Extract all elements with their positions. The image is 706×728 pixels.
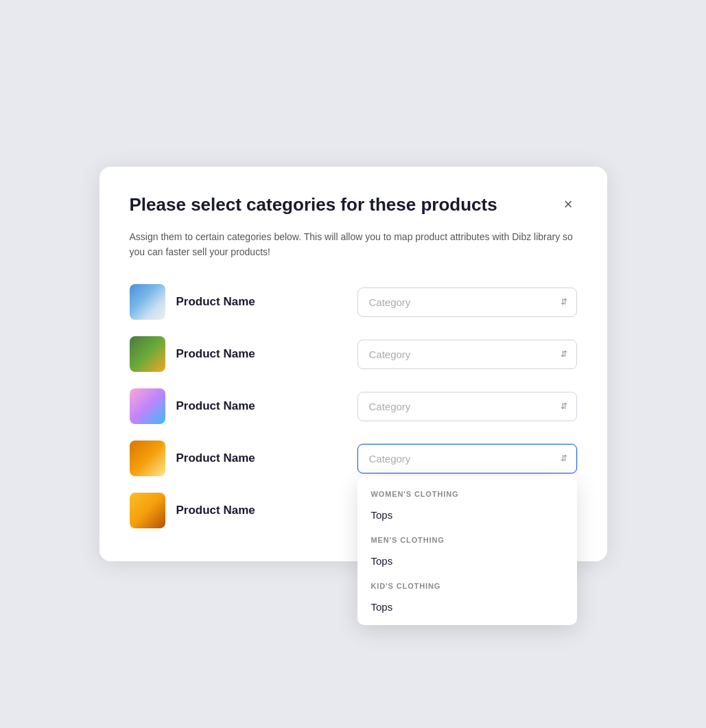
product-list: Product NameCategoryTopsTopsTops⇵Product…: [130, 284, 577, 528]
category-select-2[interactable]: CategoryTopsTopsTops: [357, 340, 577, 369]
category-select-wrapper: CategoryTopsTopsTops⇵: [357, 340, 577, 369]
category-select-3[interactable]: CategoryTopsTopsTops: [357, 392, 577, 421]
product-name: Product Name: [176, 347, 255, 361]
product-info: Product Name: [130, 284, 344, 320]
product-row: Product NameCategoryTopsTopsTops⇵WOMEN'S…: [130, 441, 577, 476]
product-info: Product Name: [130, 441, 344, 476]
product-row: Product NameCategoryTopsTopsTops⇵: [130, 284, 577, 320]
modal-subtitle: Assign them to certain categories below.…: [130, 229, 577, 260]
category-dropdown-menu: WOMEN'S CLOTHINGTopsMEN'S CLOTHINGTopsKI…: [357, 476, 577, 625]
category-select-wrapper: CategoryTopsTopsTops⇵: [357, 392, 577, 421]
product-name: Product Name: [176, 399, 255, 413]
modal-title: Please select categories for these produ…: [130, 194, 497, 215]
product-name: Product Name: [176, 295, 255, 309]
dropdown-item[interactable]: Tops: [357, 594, 577, 620]
product-thumbnail: [130, 493, 165, 528]
product-thumbnail: [130, 388, 165, 424]
dropdown-group-label: WOMEN'S CLOTHING: [357, 482, 577, 502]
product-thumbnail: [130, 336, 165, 372]
product-row: Product NameCategoryTopsTopsTops⇵: [130, 336, 577, 372]
category-select-4[interactable]: CategoryTopsTopsTops: [357, 444, 577, 473]
close-button[interactable]: ×: [560, 196, 577, 213]
product-info: Product Name: [130, 493, 344, 528]
category-select-wrapper: CategoryTopsTopsTops⇵WOMEN'S CLOTHINGTop…: [357, 444, 577, 473]
dropdown-item[interactable]: Tops: [357, 502, 577, 528]
product-name: Product Name: [176, 504, 255, 517]
product-info: Product Name: [130, 336, 344, 372]
dropdown-group-label: KID'S CLOTHING: [357, 574, 577, 594]
dropdown-group-label: MEN'S CLOTHING: [357, 528, 577, 548]
category-select-wrapper: CategoryTopsTopsTops⇵: [357, 287, 577, 317]
product-thumbnail: [130, 441, 165, 476]
dropdown-item[interactable]: Tops: [357, 548, 577, 574]
category-select-1[interactable]: CategoryTopsTopsTops: [357, 287, 577, 317]
product-name: Product Name: [176, 451, 255, 465]
product-info: Product Name: [130, 388, 344, 424]
modal-header: Please select categories for these produ…: [130, 194, 577, 215]
product-row: Product NameCategoryTopsTopsTops⇵: [130, 388, 577, 424]
product-thumbnail: [130, 284, 165, 320]
category-selection-modal: Please select categories for these produ…: [99, 167, 607, 562]
